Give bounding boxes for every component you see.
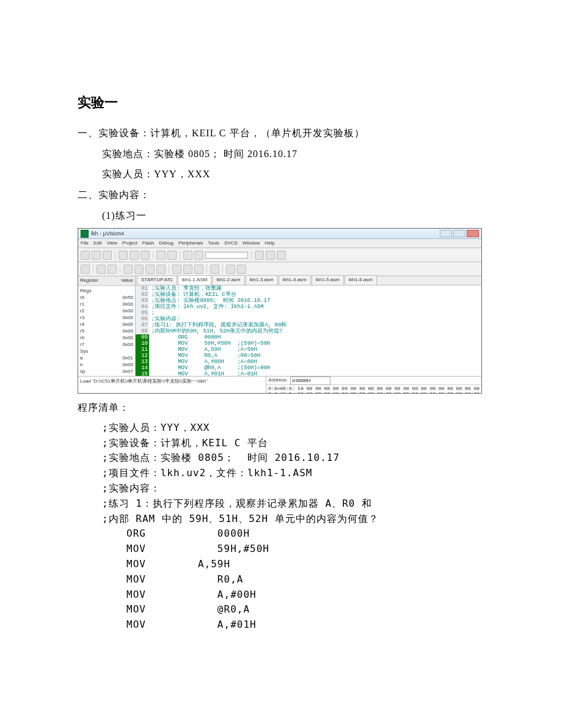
editor-tab[interactable]: lkh1-3.asm <box>246 275 278 285</box>
run-to-cursor-icon[interactable] <box>156 265 166 274</box>
window-titlebar: lkh - µVision4 <box>78 229 481 239</box>
source-line: ;内部RAM中的59H, 51H, 52H单元中的内容为何值? <box>151 328 479 334</box>
editor-tab[interactable]: lkh1-5.asm <box>312 275 344 285</box>
asm-line: MOV A,59H <box>78 557 484 572</box>
menu-peripherals[interactable]: Peripherals <box>178 240 203 248</box>
editor-tab[interactable]: lkh1-4.asm <box>279 275 311 285</box>
gutter-line: 11 <box>136 347 149 353</box>
new-icon[interactable] <box>81 251 90 260</box>
editor-tab[interactable]: lkh1-1.ASM <box>178 275 211 285</box>
options-icon[interactable] <box>277 251 286 260</box>
location-line: 实验地点：实验楼 0805； 时间 2016.10.17 <box>78 146 484 162</box>
comment-line: ;实验人员：YYY，XXX <box>78 421 484 436</box>
source-line: MOV 59H,#50H ;(59H)=50H <box>151 340 479 347</box>
comment-line: ;项目文件：lkh.uv2，文件：lkh1-1.ASM <box>78 466 484 481</box>
asm-line: MOV A,#00H <box>78 587 484 603</box>
save-icon[interactable] <box>103 251 112 260</box>
open-icon[interactable] <box>92 251 101 260</box>
window-controls <box>440 230 479 237</box>
heading-title: 实验一 <box>78 92 484 113</box>
watch-icon[interactable] <box>183 265 192 274</box>
source-editor[interactable]: ;实验人员: 李克恒，张重建;实验设备: 计算机，KEIL C平台;实验地点: … <box>149 285 481 376</box>
build-icon[interactable] <box>266 251 275 260</box>
reg-col-value: Value <box>121 277 133 285</box>
menu-help[interactable]: Help <box>265 240 274 248</box>
menu-window[interactable]: Window <box>243 240 260 248</box>
gutter-line: 14 <box>136 365 149 371</box>
editor-tab[interactable]: lkh1-6.asm <box>345 275 377 285</box>
gutter-line: 05 <box>137 310 148 316</box>
close-button[interactable] <box>467 230 479 237</box>
find-icon[interactable] <box>194 251 203 260</box>
asm-line: MOV 59H,#50H <box>78 542 484 557</box>
menu-flash[interactable]: Flash <box>142 240 155 248</box>
comment-line: ;实验设备：计算机，KEIL C 平台 <box>78 436 484 451</box>
step-icon[interactable] <box>123 265 133 274</box>
staff-label: 实验人员： <box>102 169 154 179</box>
menu-view[interactable]: View <box>107 240 117 248</box>
menu-edit[interactable]: Edit <box>93 240 102 248</box>
menu-project[interactable]: Project <box>122 240 137 248</box>
debug-icon[interactable] <box>255 251 264 260</box>
redo-icon[interactable] <box>167 251 177 260</box>
location-label: 实验地点： <box>102 149 154 159</box>
register-row: r30x00 <box>80 314 133 321</box>
menu-debug[interactable]: Debug <box>159 240 173 248</box>
bookmark-icon[interactable] <box>183 251 192 260</box>
gutter-line: 10 <box>136 340 149 347</box>
asm-line: MOV A,#01H <box>78 617 484 633</box>
undo-icon[interactable] <box>156 251 166 260</box>
equipment-label: 一、实验设备： <box>78 128 150 138</box>
content-label: 二、实验内容： <box>78 187 484 203</box>
gutter-line: 02 <box>137 292 148 298</box>
staff-line: 实验人员：YYY，XXX <box>78 166 484 182</box>
toolbar-2 <box>78 262 481 276</box>
menubar: FileEditViewProjectFlashDebugPeripherals… <box>78 239 481 248</box>
gutter-line: 13 <box>136 359 149 365</box>
command-output: Load "D:\\C51单片机\\单片机课程实验\\李克恒\\实验一\\lkh… <box>80 378 264 386</box>
run-icon[interactable] <box>97 265 106 274</box>
menu-svcs[interactable]: SVCS <box>224 240 238 248</box>
source-line: MOV A,#00H ;A=00H <box>151 359 479 365</box>
register-row: r70x00 <box>80 341 133 348</box>
breakpoint-icon[interactable] <box>172 265 181 274</box>
comment-line: ;实验内容： <box>78 481 484 496</box>
source-line: ;实验内容: <box>151 316 479 322</box>
copy-icon[interactable] <box>130 251 139 260</box>
menu-tools[interactable]: Tools <box>208 240 219 248</box>
gutter-line: 09 <box>136 334 149 340</box>
register-row: r00x50 <box>80 294 133 301</box>
editor-tabs: STARTUP.A51lkh1-1.ASMlkh1-2.asmlkh1-3.as… <box>136 276 481 285</box>
register-row: r20x00 <box>80 307 133 314</box>
maximize-button[interactable] <box>453 230 465 237</box>
step-over-icon[interactable] <box>134 265 144 274</box>
find-input[interactable] <box>205 252 248 259</box>
menu-file[interactable]: File <box>81 240 89 248</box>
source-line: MOV @R0,A ;(50H)=00H <box>151 365 479 371</box>
gutter-line: 04 <box>137 304 148 310</box>
location-text: 实验楼 0805； 时间 2016.10.17 <box>154 149 297 159</box>
analyzer-icon[interactable] <box>226 265 235 274</box>
gutter-line: 03 <box>137 298 148 304</box>
gutter-line: 08 <box>137 328 148 334</box>
staff-text: YYY，XXX <box>154 169 210 179</box>
editor-tab[interactable]: STARTUP.A51 <box>137 275 177 285</box>
source-line: ;练习1: 执行下列程序段, 观察并记录累加器A, R0和 <box>151 322 479 328</box>
source-line: ;实验地点: 实验楼0805; 时间 2016.10.17 <box>151 298 479 304</box>
paste-icon[interactable] <box>140 251 150 260</box>
stop-icon[interactable] <box>108 265 117 274</box>
cut-icon[interactable] <box>119 251 128 260</box>
serial-icon[interactable] <box>237 265 246 274</box>
toolbox-icon[interactable] <box>210 265 219 274</box>
step-out-icon[interactable] <box>145 265 155 274</box>
reset-icon[interactable] <box>81 265 90 274</box>
source-line: ORG 0000H <box>151 334 479 340</box>
minimize-button[interactable] <box>440 230 452 237</box>
source-line: MOV A,#01H ;A=01H <box>151 371 479 376</box>
exercise-1: (1)练习一 <box>78 208 484 224</box>
editor-tab[interactable]: lkh1-2.asm <box>212 275 244 285</box>
registers-panel: Register Value Regs r00x50 r10x00 r20x00… <box>78 276 136 376</box>
memory-icon[interactable] <box>194 265 203 274</box>
memory-address-label: Address: <box>268 377 288 384</box>
memory-address-input[interactable] <box>290 377 330 385</box>
